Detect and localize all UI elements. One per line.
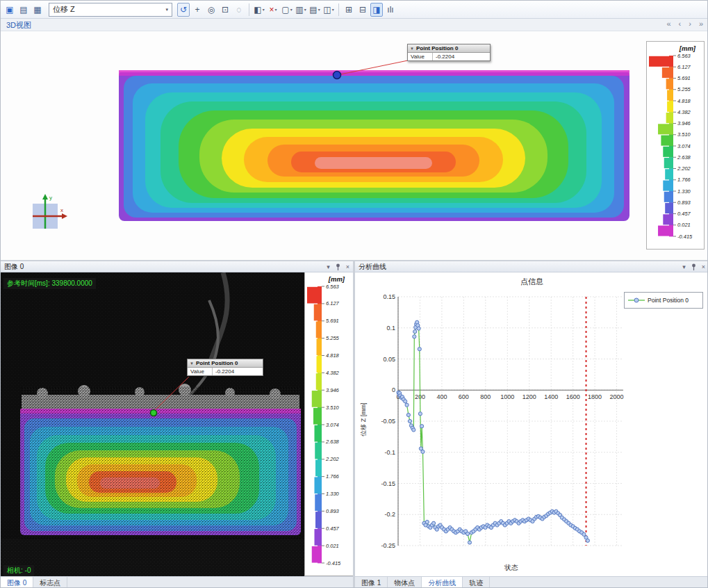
- tab-分析曲线[interactable]: 分析曲线: [422, 577, 463, 588]
- tooltip-caret-icon: ▼: [190, 361, 194, 366]
- svg-text:0.893: 0.893: [326, 508, 340, 514]
- pan-icon[interactable]: +: [191, 3, 204, 17]
- svg-text:-0.2: -0.2: [384, 511, 395, 518]
- svg-text:5.691: 5.691: [677, 75, 691, 81]
- layout-icon[interactable]: ◫▾: [322, 3, 335, 17]
- legend-colorbar-camera: 6.5636.1275.6915.2554.8184.3823.9463.510…: [305, 283, 351, 568]
- svg-text:0.457: 0.457: [326, 525, 340, 532]
- pin-icon[interactable]: [335, 263, 341, 270]
- tab-物体点[interactable]: 物体点: [388, 577, 422, 588]
- point-tooltip-camera[interactable]: ▼ Point Position 0 Value -0.2204: [187, 359, 263, 376]
- panel-collapse-icon[interactable]: ▾: [327, 263, 330, 270]
- toolbar-separator: [338, 3, 339, 16]
- tab-轨迹[interactable]: 轨迹: [463, 577, 490, 588]
- report-view-icon[interactable]: ◨: [370, 3, 383, 17]
- svg-text:1400: 1400: [544, 393, 558, 400]
- measurement-dropdown[interactable]: 位移 Z ▾: [49, 3, 172, 17]
- panel-close-icon[interactable]: ×: [346, 263, 349, 270]
- svg-text:3.946: 3.946: [326, 387, 340, 393]
- svg-text:4.818: 4.818: [677, 98, 691, 104]
- diagram-icon[interactable]: ▥▾: [295, 3, 307, 17]
- selection-mode-icon[interactable]: ▢▾: [281, 3, 293, 17]
- tab-标志点[interactable]: 标志点: [33, 577, 67, 588]
- signal-icon[interactable]: ılı: [384, 3, 397, 17]
- delete-icon[interactable]: ×▾: [267, 3, 279, 17]
- svg-text:-0.15: -0.15: [381, 480, 395, 487]
- svg-text:y: y: [49, 195, 52, 201]
- tab-3d-view[interactable]: 3D视图: [6, 20, 31, 31]
- undo-icon[interactable]: ↺: [177, 3, 190, 17]
- svg-text:3.074: 3.074: [326, 422, 339, 428]
- svg-text:6.563: 6.563: [677, 53, 691, 59]
- x-axis-arrow: [62, 213, 67, 219]
- image-panel-tabs: 图像 0标志点: [1, 576, 353, 588]
- point-tooltip-label: Value: [188, 368, 213, 375]
- colorbar-legend-camera: [mm] 6.5636.1275.6915.2554.8184.3823.946…: [304, 272, 353, 576]
- point-tooltip-value: -0.2204: [433, 53, 490, 60]
- svg-text:3.946: 3.946: [677, 120, 691, 126]
- chart-xlabel: 状态: [473, 563, 550, 573]
- toolbar-icons: ↺+◎⊡◌◧▾×▾▢▾▥▾▤▾◫▾⊞⊟◨ılı: [177, 3, 397, 17]
- y-axis-arrow: [42, 194, 48, 199]
- tab-图像 1[interactable]: 图像 1: [355, 577, 388, 588]
- image-panel: 图像 0 ▾ × 参考时间[ms]: 339800.0000: [1, 261, 353, 588]
- edit-creation-icon[interactable]: ▤: [17, 3, 30, 17]
- curves-panel-title: 分析曲线: [359, 262, 682, 272]
- stage-icon[interactable]: ▤▾: [308, 3, 321, 17]
- analysis-chart-svg: 0.150.10.050-0.05-0.1-0.15-0.2-0.2502004…: [355, 272, 708, 576]
- curves-panel-header[interactable]: 分析曲线 ▾ ×: [355, 261, 708, 272]
- table-view-icon[interactable]: ⊟: [356, 3, 369, 17]
- next-stage-icon[interactable]: ›: [689, 19, 691, 28]
- image-panel-header[interactable]: 图像 0 ▾ ×: [1, 261, 353, 272]
- select-icon[interactable]: ◌: [233, 3, 245, 17]
- point-tooltip-value: -0.2204: [213, 368, 263, 375]
- copy-stage-icon[interactable]: ▦: [31, 3, 44, 17]
- svg-text:0.021: 0.021: [677, 222, 691, 228]
- svg-text:2.638: 2.638: [677, 154, 691, 161]
- svg-text:400: 400: [436, 393, 447, 400]
- reference-time-label: 参考时间[ms]: 339800.0000: [3, 278, 96, 289]
- svg-text:x: x: [60, 207, 63, 213]
- analysis-chart[interactable]: 点信息 Point Position 0 0.150.10.050-0.05-0…: [355, 272, 708, 576]
- vertical-splitter[interactable]: [353, 261, 355, 588]
- svg-text:1000: 1000: [500, 393, 514, 400]
- app-window: ▣▤▦ 位移 Z ▾ ↺+◎⊡◌◧▾×▾▢▾▥▾▤▾◫▾⊞⊟◨ılı 3D视图 …: [0, 0, 708, 588]
- svg-text:0: 0: [392, 386, 395, 393]
- first-stage-icon[interactable]: «: [666, 19, 670, 28]
- svg-text:3.510: 3.510: [677, 131, 691, 138]
- panel-close-icon[interactable]: ×: [702, 263, 705, 270]
- viewport-3d[interactable]: y x [mm] 6.5636.1275.6915.2554.8184.3823…: [1, 31, 708, 260]
- prev-stage-icon[interactable]: ‹: [679, 19, 682, 28]
- svg-text:1.766: 1.766: [326, 473, 340, 480]
- svg-text:6.127: 6.127: [326, 300, 340, 307]
- point-tooltip-3d[interactable]: ▼ Point Position 0 Value -0.2204: [407, 44, 491, 61]
- point-tooltip-title-bar: ▼ Point Position 0: [188, 359, 263, 368]
- tab-图像 0[interactable]: 图像 0: [1, 577, 33, 588]
- svg-text:5.255: 5.255: [677, 86, 691, 92]
- pin-icon[interactable]: [691, 263, 697, 270]
- svg-text:600: 600: [459, 393, 469, 400]
- measurement-dropdown-value: 位移 Z: [53, 4, 75, 15]
- point-tooltip-row: Value -0.2204: [408, 53, 490, 60]
- fit-view-icon[interactable]: ⊡: [219, 3, 231, 17]
- image-panel-title: 图像 0: [4, 262, 327, 272]
- contour-3d: [1, 31, 708, 260]
- svg-text:6.127: 6.127: [677, 64, 691, 70]
- svg-text:3.074: 3.074: [677, 143, 691, 149]
- svg-text:1.330: 1.330: [677, 188, 691, 195]
- camera-label: 相机: -0: [3, 565, 34, 576]
- panel-collapse-icon[interactable]: ▾: [682, 263, 686, 270]
- svg-text:0.15: 0.15: [383, 293, 395, 300]
- grid-view-icon[interactable]: ⊞: [343, 3, 355, 17]
- zoom-icon[interactable]: ◎: [205, 3, 217, 17]
- svg-text:0.893: 0.893: [677, 199, 691, 206]
- svg-text:0.05: 0.05: [383, 356, 395, 363]
- camera-view[interactable]: [1, 272, 304, 576]
- colorbar-legend-3d: [mm] 6.5636.1275.6915.2554.8184.3823.946…: [646, 41, 705, 250]
- chevron-down-icon: ▾: [165, 7, 168, 13]
- svg-text:4.382: 4.382: [677, 109, 691, 115]
- svg-text:2.638: 2.638: [325, 439, 340, 445]
- project-icon[interactable]: ▣: [3, 3, 16, 17]
- view-cube-icon[interactable]: ◧▾: [253, 3, 265, 17]
- last-stage-icon[interactable]: »: [699, 19, 703, 28]
